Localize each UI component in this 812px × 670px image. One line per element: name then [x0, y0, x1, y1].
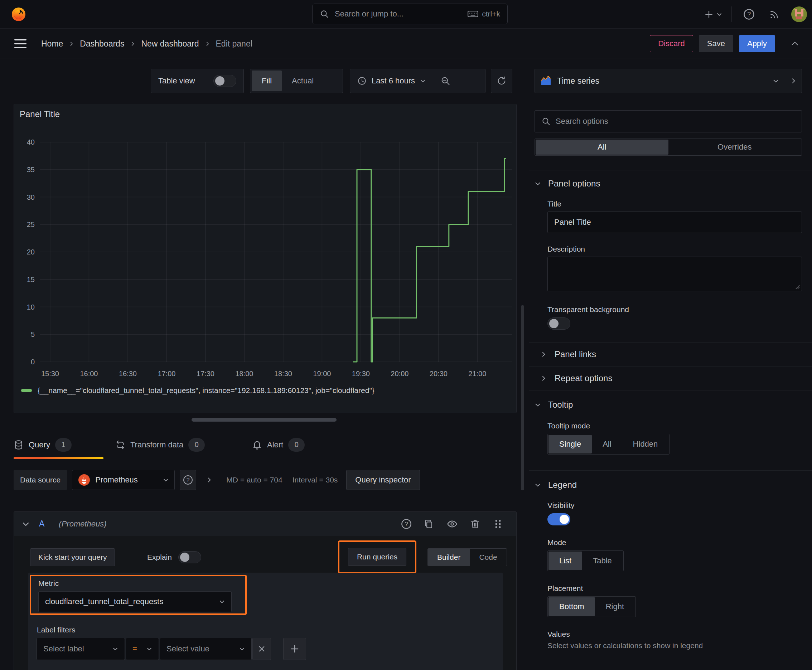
- drag-query-handle[interactable]: [492, 518, 504, 530]
- chart-legend: {__name__="cloudflared_tunnel_total_requ…: [21, 386, 375, 395]
- tab-overrides[interactable]: Overrides: [668, 140, 801, 155]
- collapse-header-button[interactable]: [787, 36, 803, 52]
- refresh-icon: [497, 76, 507, 86]
- placement-bottom-option[interactable]: Bottom: [549, 597, 595, 616]
- svg-text:15:30: 15:30: [41, 370, 59, 377]
- panel-title-input[interactable]: [548, 211, 802, 233]
- explain-control: Explain: [147, 548, 201, 566]
- legend-list-option[interactable]: List: [549, 552, 582, 570]
- options-search-placeholder: Search options: [556, 117, 608, 126]
- query-help-button[interactable]: ?: [400, 518, 412, 530]
- legend-values-label: Values: [548, 630, 802, 638]
- panel-links-section[interactable]: Panel links: [540, 342, 802, 366]
- explain-toggle[interactable]: [178, 551, 201, 563]
- panel-options-section-header[interactable]: Panel options: [534, 179, 802, 189]
- legend-swatch[interactable]: [21, 389, 32, 392]
- metric-select[interactable]: cloudflared_tunnel_total_requests: [38, 591, 232, 612]
- placement-right-option[interactable]: Right: [595, 597, 635, 616]
- delete-query-button[interactable]: [469, 518, 481, 530]
- duplicate-query-button[interactable]: [423, 518, 436, 530]
- legend-section-header[interactable]: Legend: [534, 480, 802, 490]
- visibility-label: Visibility: [548, 501, 802, 510]
- tooltip-section-header[interactable]: Tooltip: [534, 400, 802, 410]
- remove-filter-button[interactable]: [253, 638, 271, 660]
- open-viz-list-button[interactable]: [785, 69, 802, 93]
- tooltip-single-option[interactable]: Single: [549, 435, 592, 453]
- discard-button[interactable]: Discard: [650, 35, 693, 52]
- tab-all[interactable]: All: [536, 140, 668, 155]
- kick-start-query-button[interactable]: Kick start your query: [30, 548, 115, 566]
- new-menu-button[interactable]: [704, 9, 722, 20]
- chevron-down-icon[interactable]: [22, 520, 30, 528]
- visualization-select[interactable]: Time series: [535, 69, 785, 93]
- breadcrumb-new-dashboard[interactable]: New dashboard: [141, 39, 199, 49]
- edit-panel-main: Table view Fill Actual Last 6 hours Pane…: [0, 58, 526, 670]
- refresh-button[interactable]: [491, 69, 512, 93]
- builder-option[interactable]: Builder: [428, 549, 470, 566]
- query-row-header[interactable]: A (Prometheus) ?: [14, 512, 516, 536]
- panel-resize-handle[interactable]: [192, 418, 337, 421]
- panel-title[interactable]: Panel Title: [20, 109, 60, 119]
- legend-visibility-toggle[interactable]: [548, 513, 570, 525]
- transparent-background-toggle[interactable]: [548, 318, 570, 330]
- scrollbar-thumb[interactable]: [521, 305, 524, 490]
- tooltip-all-option[interactable]: All: [592, 435, 622, 453]
- breadcrumb-dashboards[interactable]: Dashboards: [80, 39, 124, 49]
- run-queries-button[interactable]: Run queries: [348, 548, 406, 566]
- options-search-input[interactable]: Search options: [534, 110, 802, 132]
- tooltip-hidden-option[interactable]: Hidden: [622, 435, 669, 453]
- legend-table-option[interactable]: Table: [582, 552, 622, 570]
- shortcut-label: ctrl+k: [482, 10, 500, 18]
- svg-text:35: 35: [27, 166, 35, 174]
- menu-toggle-button[interactable]: [14, 36, 29, 51]
- clock-icon: [357, 76, 367, 86]
- grafana-logo[interactable]: [10, 6, 27, 23]
- rss-icon: [769, 9, 780, 20]
- user-avatar[interactable]: [791, 7, 807, 22]
- select-label-dropdown[interactable]: Select label: [37, 638, 125, 660]
- panel-options-sidebar: Time series Search options All Overrides…: [529, 58, 812, 670]
- description-textarea[interactable]: [548, 257, 802, 291]
- add-filter-button[interactable]: [283, 638, 306, 660]
- help-button[interactable]: ?: [741, 7, 757, 22]
- zoom-out-button[interactable]: [433, 69, 458, 93]
- panel-actions: Discard Save Apply: [650, 29, 803, 58]
- news-button[interactable]: [766, 7, 782, 22]
- grip-dots-icon: [493, 519, 503, 530]
- search-input[interactable]: Search or jump to... ctrl+k: [312, 3, 508, 24]
- chevron-down-icon: [534, 401, 541, 408]
- table-view-toggle[interactable]: [214, 75, 236, 87]
- breadcrumb-home[interactable]: Home: [41, 39, 63, 49]
- chevron-down-icon: [534, 180, 541, 187]
- resize-handle-icon: [795, 284, 800, 289]
- metric-label: Metric: [38, 579, 59, 588]
- repeat-options-section[interactable]: Repeat options: [540, 367, 802, 390]
- fill-option[interactable]: Fill: [252, 71, 282, 91]
- tab-transform-data[interactable]: Transform data 0: [115, 431, 205, 459]
- datasource-help-button[interactable]: ?: [180, 470, 196, 490]
- actual-option[interactable]: Actual: [282, 71, 324, 91]
- label-filters-label: Label filters: [37, 626, 75, 634]
- query-datasource-hint: (Prometheus): [59, 519, 106, 529]
- tab-alert[interactable]: Alert 0: [252, 431, 305, 459]
- svg-text:5: 5: [31, 330, 35, 338]
- time-range-button[interactable]: Last 6 hours: [350, 69, 433, 93]
- tab-query[interactable]: Query 1: [14, 431, 71, 459]
- query-ref-id[interactable]: A: [39, 519, 44, 529]
- code-option[interactable]: Code: [470, 549, 506, 566]
- query-inspector-button[interactable]: Query inspector: [346, 470, 420, 490]
- tooltip-header-label: Tooltip: [548, 400, 573, 410]
- save-button[interactable]: Save: [699, 35, 733, 52]
- expand-options-button[interactable]: [202, 477, 216, 483]
- divider: [731, 7, 732, 22]
- operator-dropdown[interactable]: =: [125, 638, 159, 660]
- select-value-dropdown[interactable]: Select value: [160, 638, 252, 660]
- transform-icon: [115, 440, 125, 450]
- datasource-picker[interactable]: Prometheus: [72, 470, 175, 490]
- topbar-actions: ?: [704, 0, 807, 29]
- legend-series-label[interactable]: {__name__="cloudflared_tunnel_total_requ…: [37, 386, 375, 395]
- apply-button[interactable]: Apply: [739, 35, 775, 52]
- legend-header-label: Legend: [548, 480, 577, 490]
- hide-query-button[interactable]: [446, 518, 458, 530]
- query-editor-card: A (Prometheus) ? Kick star: [14, 511, 517, 670]
